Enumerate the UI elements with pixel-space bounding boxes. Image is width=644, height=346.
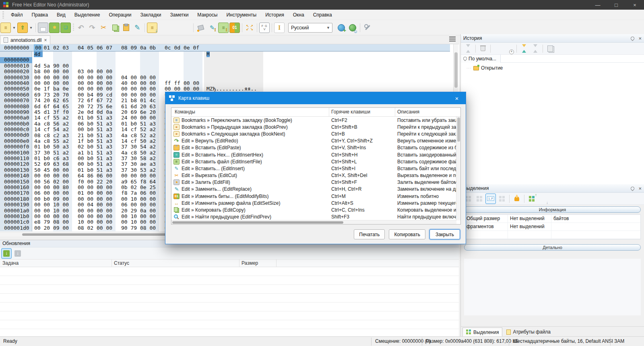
hex-row[interactable]: 00000060 74 20 62 65 20 72 75 6e 20 69 6…	[0, 86, 450, 92]
tab-selections[interactable]: Выделения	[462, 327, 502, 336]
history-properties-icon[interactable]	[545, 43, 555, 54]
status-offset[interactable]: Смещение: 00000000 (0)	[375, 338, 431, 344]
dialog-close-button[interactable]: ×	[448, 92, 466, 104]
export-icon[interactable]	[147, 23, 157, 33]
find-next-icon[interactable]	[181, 23, 191, 33]
toolbar-separator[interactable]	[241, 23, 244, 33]
scrollbar-thumb[interactable]	[454, 52, 458, 88]
selected-char[interactable]: M	[206, 51, 210, 57]
tab-close-icon[interactable]: ×	[44, 37, 47, 43]
history-wait-icon[interactable]	[463, 43, 473, 54]
hex-row[interactable]: 00000000 4d 5a 90 00 03 00 00 00 04 00 0…	[0, 51, 450, 57]
close-icon[interactable]: ×	[638, 185, 642, 192]
dialog-horizontal-scrollbar[interactable]	[171, 220, 456, 224]
history-toolbar-separator[interactable]	[489, 43, 492, 54]
selection-toolbar-separator[interactable]	[523, 194, 526, 204]
history-toolbar-separator[interactable]	[515, 43, 518, 54]
toolbar-separator[interactable]	[359, 23, 361, 33]
toolbar-separator[interactable]	[256, 23, 258, 33]
find-prev-icon[interactable]	[169, 23, 180, 33]
modify-bits-icon[interactable]	[229, 23, 240, 33]
selection-load-icon[interactable]	[538, 194, 548, 204]
find-icon[interactable]	[158, 23, 169, 33]
print-button[interactable]: Печатать	[354, 229, 385, 239]
menu-item[interactable]: Операции	[104, 10, 136, 20]
download-updates-icon[interactable]	[12, 248, 23, 259]
keymap-row[interactable]: Edit » Вставить Hex... (EditInsertHex) C…	[171, 151, 456, 158]
detail-section-header[interactable]: Детально	[464, 244, 641, 251]
menu-item[interactable]: Окна	[289, 10, 309, 20]
hex-row[interactable]: 00000050 69 73 20 70 72 6f 67 72 61 6d 2…	[0, 80, 450, 86]
history-save-icon[interactable]	[519, 43, 529, 54]
keymap-row[interactable]: Edit » Вставить... (EditInsert) Ctrl+Shi…	[171, 165, 456, 172]
insert-icon[interactable]	[207, 23, 217, 33]
keymap-row[interactable]: Bookmarks » Переключить закладку (BookTo…	[171, 117, 456, 124]
expand-selection-icon[interactable]	[244, 23, 255, 33]
maximize-button[interactable]: □	[607, 0, 625, 10]
keymap-row[interactable]: Edit » Заменить... (EditReplace) Ctrl+H,…	[171, 186, 456, 193]
toolbar-separator[interactable]	[192, 23, 195, 33]
menu-item[interactable]: Закладки	[136, 10, 166, 20]
menu-item[interactable]: Выделение	[70, 10, 105, 20]
menu-item[interactable]: Инструменты	[222, 10, 261, 20]
status-size[interactable]: Размер: 0x0009a400 (631 808): 617,00 КБ	[426, 338, 518, 344]
menu-item[interactable]: История	[261, 10, 289, 20]
save-icon[interactable]	[38, 23, 48, 33]
keymap-row[interactable]: Edit » Вернуть (EditRedo) Ctrl+Y, Ctrl+S…	[171, 138, 456, 144]
selected-byte[interactable]: 4d	[34, 51, 43, 57]
history-default-tab[interactable]: По умолча...	[461, 55, 501, 63]
updates-table-body[interactable]	[0, 267, 459, 336]
history-tree-item[interactable]: ··· Открытие	[466, 65, 644, 71]
hex-row[interactable]: 00000010 b8 00 00 00 00 00 00 00 40 00 0…	[0, 57, 450, 63]
pin-icon[interactable]	[630, 186, 636, 191]
save-all-icon[interactable]	[60, 23, 71, 33]
add-language-icon[interactable]	[336, 23, 347, 33]
caret-mode-icon[interactable]	[274, 23, 285, 33]
editor-menu-icon[interactable]	[449, 37, 456, 42]
info-section-header[interactable]: Информация	[464, 206, 641, 213]
dialog-titlebar[interactable]: Карта клавиш ×	[165, 92, 466, 104]
copy-button[interactable]: Копировать	[389, 229, 425, 239]
pin-icon[interactable]	[630, 36, 636, 41]
keymap-row[interactable]: Edit » Изменить биты... (EditModifyBits)…	[171, 193, 456, 200]
keyboard-map-icon[interactable]	[259, 23, 270, 33]
selection-invert-icon[interactable]	[474, 194, 485, 204]
toolbar-separator[interactable]	[270, 23, 273, 33]
open-file-icon[interactable]	[17, 23, 28, 33]
keymap-row[interactable]: Edit » Вставить файл (EditInsertFile) Ct…	[171, 158, 456, 165]
undo-icon[interactable]	[76, 23, 86, 33]
hex-row[interactable]: 00000040 0e 1f ba 0e 00 b4 09 cd 21 b8 0…	[0, 75, 450, 80]
status-insert-mode[interactable]: ЗАМ	[614, 338, 624, 344]
hex-row[interactable]: 00000020 00 00 00 00 00 00 00 00 00 00 0…	[0, 63, 450, 69]
menu-item[interactable]: Файл	[6, 10, 27, 20]
new-file-dropdown-icon[interactable]	[12, 23, 17, 33]
open-file-dropdown-icon[interactable]	[29, 23, 33, 33]
column-descriptions[interactable]: Описания	[397, 108, 419, 116]
erase-icon[interactable]	[132, 23, 142, 33]
check-updates-icon[interactable]	[1, 248, 12, 259]
column-status[interactable]: Статус	[114, 260, 129, 266]
history-load-icon[interactable]	[530, 43, 541, 54]
paste-icon[interactable]	[121, 23, 131, 33]
close-button[interactable]: ×	[625, 0, 644, 10]
history-toolbar-separator[interactable]	[474, 43, 477, 54]
save-as-icon[interactable]	[49, 23, 60, 33]
hex-row[interactable]: 00000030 00 00 00 00 00 00 00 00 00 00 0…	[0, 69, 450, 74]
insert-file-icon[interactable]	[218, 23, 229, 33]
keymap-row[interactable]: Edit » Найти предыдущее (EditFindPrev) S…	[171, 214, 456, 220]
status-encoding[interactable]: Шестнадцатеричные байты, 16, Default ANS…	[513, 338, 613, 344]
selection-save-icon[interactable]	[526, 194, 537, 204]
toolbar-separator[interactable]	[143, 23, 146, 33]
keymap-row[interactable]: Edit » Вырезать (EditCut) Ctrl+X, Shift+…	[171, 172, 456, 179]
redo-icon[interactable]	[87, 23, 97, 33]
cut-icon[interactable]	[98, 23, 109, 33]
keymap-row[interactable]: Bookmarks » Предыдущая закладка (BookPre…	[171, 124, 456, 130]
menu-item[interactable]: Правка	[27, 10, 53, 20]
keymap-row[interactable]: Bookmarks » Следующая закладка (BookNext…	[171, 130, 456, 137]
new-file-icon[interactable]	[0, 23, 11, 33]
menu-item[interactable]: Макросы	[193, 10, 222, 20]
language-user-icon[interactable]	[347, 23, 358, 33]
menu-grip-icon[interactable]	[2, 11, 4, 19]
scrollbar-thumb[interactable]	[172, 221, 343, 224]
document-tab[interactable]: annotations.dll ×	[0, 35, 50, 44]
